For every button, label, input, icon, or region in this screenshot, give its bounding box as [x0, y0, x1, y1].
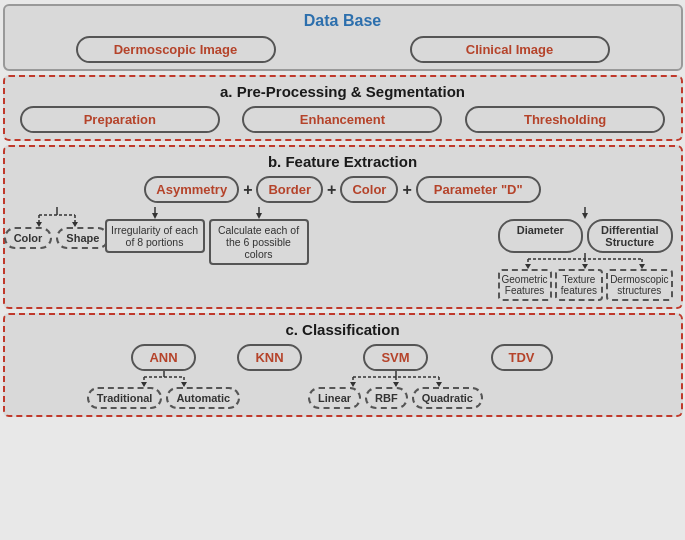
- tdv-pill: TDV: [491, 344, 553, 371]
- ann-fork-svg: [124, 371, 204, 387]
- main-container: Data Base Dermoscopic Image Clinical Ima…: [3, 4, 683, 417]
- param-fork-svg: [500, 253, 670, 269]
- quadratic-pill: Quadratic: [412, 387, 483, 409]
- param-arrow-svg: [580, 207, 590, 219]
- database-title: Data Base: [13, 12, 673, 30]
- traditional-pill: Traditional: [87, 387, 163, 409]
- asym-connector-svg: [21, 207, 93, 227]
- differential-structure-pill: Differential Structure: [587, 219, 673, 253]
- linear-pill: Linear: [308, 387, 361, 409]
- preparation-pill: Preparation: [20, 106, 220, 133]
- parameter-d-pill: Parameter "D": [416, 176, 541, 203]
- preprocessing-section: a. Pre-Processing & Segmentation Prepara…: [3, 75, 683, 141]
- classification-title: c. Classification: [13, 321, 673, 338]
- plus-3: +: [400, 181, 413, 199]
- preprocessing-title: a. Pre-Processing & Segmentation: [13, 83, 673, 100]
- border-pill: Border: [256, 176, 323, 203]
- ann-pill: ANN: [131, 344, 195, 371]
- database-section: Data Base Dermoscopic Image Clinical Ima…: [3, 4, 683, 71]
- dermoscopic-image-pill: Dermoscopic Image: [76, 36, 276, 63]
- feature-extraction-section: b. Feature Extraction Asymmetry + Border…: [3, 145, 683, 309]
- clinical-image-pill: Clinical Image: [410, 36, 610, 63]
- classification-section: c. Classification ANN Traditional Automa…: [3, 313, 683, 417]
- asym-color-pill: Color: [4, 227, 53, 249]
- diameter-pill: Diameter: [498, 219, 584, 253]
- plus-1: +: [241, 181, 254, 199]
- color-arrow-svg: [254, 207, 264, 219]
- knn-pill: KNN: [237, 344, 301, 371]
- asym-shape-pill: Shape: [56, 227, 109, 249]
- database-row: Dermoscopic Image Clinical Image: [13, 36, 673, 63]
- feature-extraction-title: b. Feature Extraction: [13, 153, 673, 170]
- color-text: Calculate each of the 6 possible colors: [209, 219, 309, 265]
- color-pill: Color: [340, 176, 398, 203]
- rbf-pill: RBF: [365, 387, 408, 409]
- feature-top-row: Asymmetry + Border + Color + Parameter "…: [13, 176, 673, 203]
- geometric-features-box: Geometric Features: [498, 269, 552, 301]
- border-arrow-svg: [150, 207, 160, 219]
- dermoscopic-structures-box: Dermoscopic structures: [606, 269, 672, 301]
- thresholding-pill: Thresholding: [465, 106, 665, 133]
- svm-fork-svg: [331, 371, 461, 387]
- plus-2: +: [325, 181, 338, 199]
- texture-features-box: Texture features: [555, 269, 604, 301]
- preprocessing-row: Preparation Enhancement Thresholding: [13, 106, 673, 133]
- border-text: Irregularity of each of 8 portions: [105, 219, 205, 253]
- automatic-pill: Automatic: [166, 387, 240, 409]
- asymmetry-pill: Asymmetry: [144, 176, 239, 203]
- svm-pill: SVM: [363, 344, 427, 371]
- enhancement-pill: Enhancement: [242, 106, 442, 133]
